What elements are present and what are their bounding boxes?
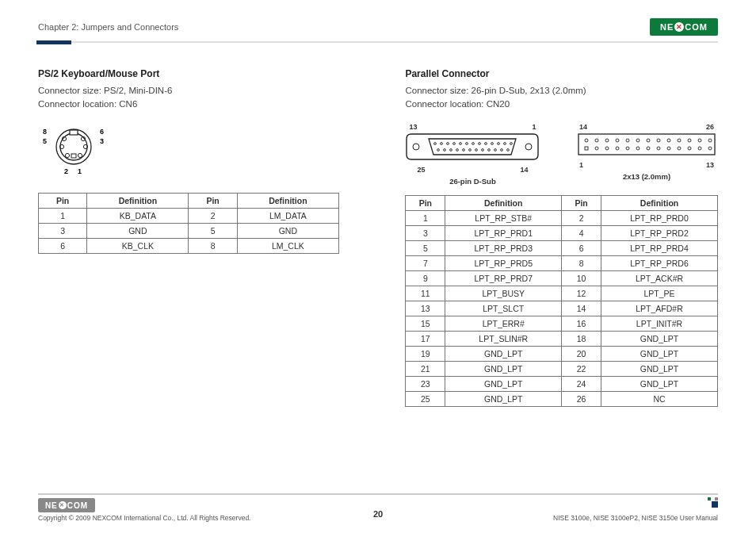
svg-point-45 <box>595 139 598 142</box>
ps2-title: PS/2 Keyboard/Mouse Port <box>38 68 376 79</box>
svg-point-67 <box>688 147 691 150</box>
svg-point-25 <box>479 142 481 144</box>
table-row: 6KB_CLK8LM_CLK <box>39 238 339 253</box>
page-number: 20 <box>373 509 383 519</box>
svg-point-51 <box>657 139 660 142</box>
th-pin2: Pin <box>189 193 237 208</box>
svg-point-28 <box>498 142 500 144</box>
svg-text:3: 3 <box>100 137 104 145</box>
table-row: 1LPT_RP_STB#2LPT_RP_PRD0 <box>406 210 718 225</box>
table-row: 13LPT_SLCT14LPT_AFD#R <box>406 301 718 316</box>
svg-point-40 <box>494 148 497 151</box>
svg-text:2: 2 <box>64 167 68 175</box>
svg-point-35 <box>463 148 465 151</box>
svg-point-24 <box>472 142 475 144</box>
table-row: 1KB_DATA2LM_DATA <box>39 208 339 223</box>
svg-text:6: 6 <box>100 128 104 136</box>
table-row: 17LPT_SLIN#R18GND_LPT <box>406 331 718 346</box>
svg-rect-57 <box>585 147 588 150</box>
svg-point-64 <box>657 147 660 150</box>
svg-point-47 <box>616 139 619 142</box>
top-rule-accent <box>36 40 71 44</box>
svg-point-61 <box>626 147 629 150</box>
svg-point-62 <box>636 147 640 150</box>
chapter-title: Chapter 2: Jumpers and Connectors <box>38 22 178 32</box>
th-pin2: Pin <box>562 195 601 210</box>
svg-point-49 <box>636 139 640 142</box>
table-row: 11LPT_BUSY12LPT_PE <box>406 286 718 301</box>
svg-point-58 <box>595 147 598 150</box>
svg-point-48 <box>626 139 629 142</box>
svg-point-17 <box>525 144 532 150</box>
header-figure: 14 26 1 13 2x13 (2.0mm) <box>575 123 718 181</box>
svg-point-21 <box>453 142 456 144</box>
svg-rect-8 <box>70 130 78 135</box>
svg-point-16 <box>413 144 419 150</box>
logo-top: NE✕COM <box>650 18 718 36</box>
svg-text:5: 5 <box>43 137 47 145</box>
ps2-connector-figure: 8 5 6 3 2 1 <box>38 126 376 182</box>
svg-point-44 <box>585 139 588 142</box>
svg-point-26 <box>485 142 487 144</box>
svg-point-53 <box>678 139 681 142</box>
svg-point-54 <box>688 139 691 142</box>
svg-text:8: 8 <box>43 128 47 136</box>
table-row: 3LPT_RP_PRD14LPT_RP_PRD2 <box>406 225 718 240</box>
th-def: Definition <box>87 193 189 208</box>
svg-point-60 <box>616 147 619 150</box>
svg-point-59 <box>605 147 609 150</box>
table-row: 7LPT_RP_PRD58LPT_RP_PRD6 <box>406 255 718 270</box>
svg-point-52 <box>667 139 670 142</box>
svg-point-37 <box>475 148 478 151</box>
svg-point-31 <box>437 148 440 151</box>
svg-point-55 <box>698 139 701 142</box>
svg-point-34 <box>456 148 459 151</box>
th-pin: Pin <box>39 193 87 208</box>
svg-point-38 <box>482 148 484 151</box>
svg-point-22 <box>460 142 462 144</box>
logo-bottom: NE✕COM <box>38 498 95 512</box>
svg-text:1: 1 <box>78 167 82 175</box>
svg-point-41 <box>501 148 503 151</box>
table-row: 3GND5GND <box>39 223 339 238</box>
table-row: 5LPT_RP_PRD36LPT_RP_PRD4 <box>406 240 718 255</box>
th-pin: Pin <box>406 195 445 210</box>
svg-point-68 <box>698 147 701 150</box>
svg-point-39 <box>488 148 491 151</box>
top-rule <box>38 41 718 43</box>
svg-point-46 <box>605 139 609 142</box>
table-row: 23GND_LPT24GND_LPT <box>406 376 718 391</box>
svg-rect-15 <box>71 154 76 158</box>
svg-point-63 <box>647 147 650 150</box>
svg-point-18 <box>434 142 437 144</box>
svg-point-20 <box>447 142 449 144</box>
th-def2: Definition <box>237 193 338 208</box>
svg-point-19 <box>441 142 443 144</box>
svg-point-30 <box>510 142 513 144</box>
parallel-title: Parallel Connector <box>405 68 718 79</box>
svg-point-42 <box>507 148 510 151</box>
svg-point-50 <box>647 139 650 142</box>
parallel-size: Connector size: 26-pin D-Sub, 2x13 (2.0m… <box>405 84 718 98</box>
table-row: 9LPT_RP_PRD710LPT_ACK#R <box>406 270 718 286</box>
svg-point-33 <box>450 148 452 151</box>
svg-rect-43 <box>578 134 715 155</box>
svg-point-13 <box>65 153 69 157</box>
svg-point-32 <box>444 148 446 151</box>
svg-point-56 <box>708 139 712 142</box>
svg-point-65 <box>667 147 670 150</box>
dsub-figure: 13 1 25 14 <box>405 123 540 186</box>
svg-point-23 <box>466 142 468 144</box>
svg-point-14 <box>78 153 82 157</box>
manual-name: NISE 3100e, NISE 3100eP2, NISE 3150e Use… <box>553 514 718 522</box>
table-row: 15LPT_ERR#16LPT_INIT#R <box>406 316 718 331</box>
copyright: Copyright © 2009 NEXCOM International Co… <box>38 514 250 522</box>
table-row: 19GND_LPT20GND_LPT <box>406 346 718 361</box>
svg-point-66 <box>678 147 681 150</box>
parallel-pin-table: Pin Definition Pin Definition 1LPT_RP_ST… <box>405 195 718 407</box>
svg-point-29 <box>504 142 506 144</box>
svg-point-69 <box>708 147 712 150</box>
th-def: Definition <box>445 195 562 210</box>
ps2-location: Connector location: CN6 <box>38 98 376 111</box>
svg-point-36 <box>469 148 472 151</box>
